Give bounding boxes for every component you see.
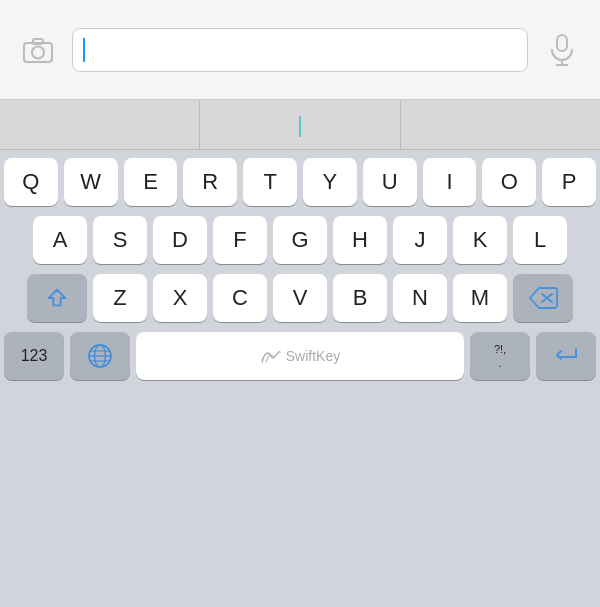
swiftkey-icon (260, 348, 282, 364)
key-y[interactable]: Y (303, 158, 357, 206)
top-bar (0, 0, 600, 100)
key-b[interactable]: B (333, 274, 387, 322)
globe-key[interactable] (70, 332, 130, 380)
numbers-key[interactable]: 123 (4, 332, 64, 380)
key-p[interactable]: P (542, 158, 596, 206)
key-f[interactable]: F (213, 216, 267, 264)
mic-icon[interactable] (540, 28, 584, 72)
autocomplete-item-cursor[interactable]: | (200, 100, 400, 149)
shift-key[interactable] (27, 274, 87, 322)
key-c[interactable]: C (213, 274, 267, 322)
bottom-row: 123 SwiftKey ?!,. (4, 332, 596, 380)
enter-icon (552, 345, 580, 367)
key-j[interactable]: J (393, 216, 447, 264)
text-cursor (83, 38, 85, 62)
key-o[interactable]: O (482, 158, 536, 206)
key-w[interactable]: W (64, 158, 118, 206)
autocomplete-item-the[interactable] (0, 100, 200, 149)
key-x[interactable]: X (153, 274, 207, 322)
key-k[interactable]: K (453, 216, 507, 264)
enter-key[interactable] (536, 332, 596, 380)
svg-point-1 (32, 46, 44, 58)
key-i[interactable]: I (423, 158, 477, 206)
svg-rect-3 (557, 35, 567, 51)
key-v[interactable]: V (273, 274, 327, 322)
key-r[interactable]: R (183, 158, 237, 206)
delete-key[interactable] (513, 274, 573, 322)
key-h[interactable]: H (333, 216, 387, 264)
key-row-2: ASDFGHJKL (4, 216, 596, 264)
key-d[interactable]: D (153, 216, 207, 264)
key-g[interactable]: G (273, 216, 327, 264)
camera-icon[interactable] (16, 28, 60, 72)
search-input[interactable] (72, 28, 528, 72)
key-n[interactable]: N (393, 274, 447, 322)
svg-rect-2 (33, 39, 43, 44)
key-row-1: QWERTYUIOP (4, 158, 596, 206)
key-row-3: ZXCVBNM (4, 274, 596, 322)
punct-key[interactable]: ?!,. (470, 332, 530, 380)
autocomplete-bar: | (0, 100, 600, 150)
key-s[interactable]: S (93, 216, 147, 264)
keyboard: QWERTYUIOP ASDFGHJKL ZXCVBNM 123 SwiftKe… (0, 150, 600, 390)
key-l[interactable]: L (513, 216, 567, 264)
autocomplete-item-ya[interactable] (401, 100, 600, 149)
key-t[interactable]: T (243, 158, 297, 206)
swiftkey-label: SwiftKey (286, 348, 340, 364)
key-e[interactable]: E (124, 158, 178, 206)
key-a[interactable]: A (33, 216, 87, 264)
space-key[interactable]: SwiftKey (136, 332, 464, 380)
key-z[interactable]: Z (93, 274, 147, 322)
key-m[interactable]: M (453, 274, 507, 322)
key-u[interactable]: U (363, 158, 417, 206)
key-q[interactable]: Q (4, 158, 58, 206)
